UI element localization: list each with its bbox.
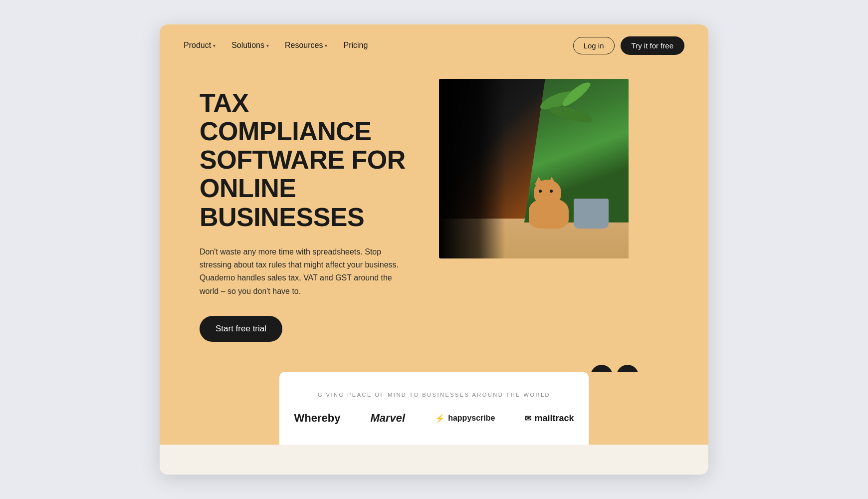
logos-row: Whereby Marvel ⚡ happyscribe ✉ mailtrack	[309, 412, 559, 425]
dark-overlay	[439, 79, 505, 258]
logo-mailtrack: ✉ mailtrack	[525, 413, 574, 424]
start-trial-button[interactable]: Start free trial	[200, 316, 282, 342]
hero-left: TAX COMPLIANCE SOFTWARE FOR ONLINE BUSIN…	[200, 79, 409, 342]
hero-description: Don't waste any more time with spreadshe…	[200, 246, 409, 298]
browser-window: Product ▾ Solutions ▾ Resources ▾ Pricin…	[160, 24, 708, 475]
leaf-2	[548, 103, 595, 125]
cat-eye-right	[550, 190, 553, 193]
hero-content: TAX COMPLIANCE SOFTWARE FOR ONLINE BUSIN…	[160, 67, 708, 372]
cat-torso	[529, 199, 569, 229]
social-proof-tagline: GIVING PEACE OF MIND TO BUSINESSES AROUN…	[309, 392, 559, 398]
social-proof-section: GIVING PEACE OF MIND TO BUSINESSES AROUN…	[279, 372, 589, 445]
marvel-label: Marvel	[370, 412, 405, 425]
cat-scene	[439, 79, 629, 258]
mail-icon: ✉	[525, 414, 531, 423]
cat-eye-left	[539, 190, 542, 193]
chevron-icon: ▾	[266, 43, 269, 48]
nav-left: Product ▾ Solutions ▾ Resources ▾ Pricin…	[184, 41, 368, 50]
peeking-characters	[591, 365, 639, 372]
navbar: Product ▾ Solutions ▾ Resources ▾ Pricin…	[160, 24, 708, 67]
mailtrack-label: mailtrack	[534, 413, 574, 424]
nav-pricing[interactable]: Pricing	[343, 41, 368, 50]
nav-right: Log in Try it for free	[573, 36, 684, 55]
lightning-icon: ⚡	[435, 414, 445, 423]
nav-product[interactable]: Product ▾	[184, 41, 216, 50]
hero-section: Product ▾ Solutions ▾ Resources ▾ Pricin…	[160, 24, 708, 372]
hero-right	[439, 79, 629, 258]
logo-whereby: Whereby	[294, 412, 341, 425]
logo-marvel: Marvel	[370, 412, 405, 425]
whereby-label: Whereby	[294, 412, 341, 425]
plant-pot	[574, 199, 609, 229]
social-proof-wrapper: GIVING PEACE OF MIND TO BUSINESSES AROUN…	[160, 372, 708, 445]
hero-title: TAX COMPLIANCE SOFTWARE FOR ONLINE BUSIN…	[200, 89, 409, 232]
nav-solutions[interactable]: Solutions ▾	[231, 41, 269, 50]
chevron-icon: ▾	[213, 43, 216, 48]
cat-body	[524, 179, 579, 229]
logo-happyscribe: ⚡ happyscribe	[435, 414, 495, 423]
happyscribe-label: happyscribe	[448, 414, 495, 423]
nav-resources[interactable]: Resources ▾	[285, 41, 327, 50]
ghost-char-2	[617, 365, 639, 372]
bottom-section	[160, 445, 708, 475]
login-button[interactable]: Log in	[573, 37, 615, 54]
ghost-char-1	[591, 365, 613, 372]
hero-image	[439, 79, 629, 258]
chevron-icon: ▾	[325, 43, 327, 48]
try-free-button[interactable]: Try it for free	[621, 36, 684, 55]
